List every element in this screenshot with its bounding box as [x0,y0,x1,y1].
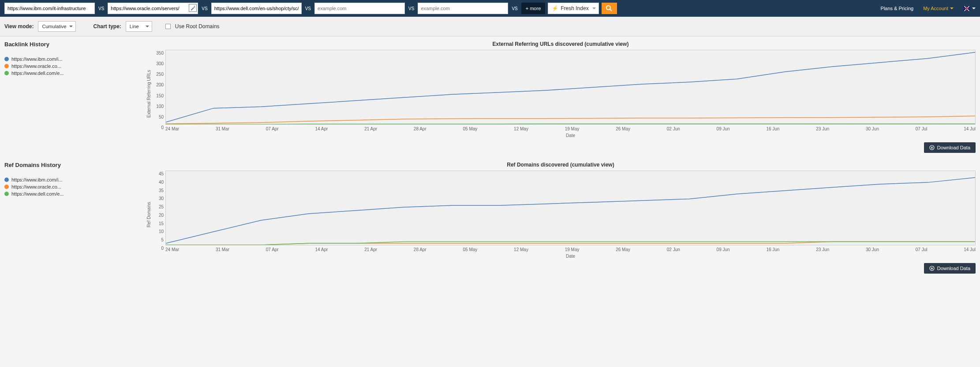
url-input-2[interactable] [108,3,198,14]
x-ticks: 24 Mar31 Mar07 Apr14 Apr21 Apr28 Apr05 M… [165,245,976,252]
legend-label: https://www.dell.com/e... [11,191,64,196]
legend-label: https://www.ibm.com/i... [11,177,63,182]
x-tick: 09 Jun [717,126,730,131]
x-tick: 31 Mar [216,126,229,131]
vs-label: vs [304,6,312,11]
url-box-2 [108,3,198,14]
x-tick: 31 Mar [216,247,229,252]
y-tick: 40 [152,180,164,185]
x-tick: 24 Mar [165,126,179,131]
plans-pricing-link[interactable]: Plans & Pricing [881,6,914,11]
legend-label: https://www.oracle.co... [11,63,61,69]
url-input-3[interactable] [211,3,302,14]
series-line [166,116,975,124]
y-tick: 50 [152,115,164,119]
url-input-5[interactable] [418,3,508,14]
x-tick: 12 May [514,126,528,131]
y-tick: 200 [152,82,164,87]
my-account-link[interactable]: My Account [923,6,954,11]
x-tick: 16 Jun [766,126,779,131]
download-icon [929,145,935,150]
search-button[interactable] [602,3,617,14]
backlink-history-title: Backlink History [4,41,137,48]
uk-flag-icon [963,6,970,11]
x-axis-label: Date [165,133,976,138]
download-data-button[interactable]: Download Data [924,263,976,274]
y-tick: 300 [152,61,164,66]
chevron-down-icon [592,7,596,9]
url-input-1[interactable] [4,3,95,14]
legend-list: https://www.ibm.com/i...https://www.orac… [4,56,137,76]
url-input-4[interactable] [314,3,405,14]
legend-item[interactable]: https://www.oracle.co... [4,63,137,69]
y-tick: 35 [152,188,164,193]
chart-svg [166,171,975,245]
chevron-down-icon [146,26,149,27]
vs-label: vs [408,6,415,11]
download-row: Download Data [4,263,976,274]
vs-label: vs [511,6,518,11]
plot-area [165,171,976,245]
download-label: Download Data [937,145,970,150]
x-tick: 07 Jul [916,247,928,252]
series-line [166,242,975,245]
y-tick: 100 [152,104,164,109]
legend-dot [4,57,9,61]
legend-dot [4,178,9,182]
series-line [166,124,975,124]
x-tick: 07 Apr [266,247,279,252]
legend-item[interactable]: https://www.dell.com/e... [4,191,137,196]
y-axis-label: External Referring URLs [146,50,152,138]
backlink-chart-panel: External Referring URLs discovered (cumu… [146,41,976,138]
legend-item[interactable]: https://www.oracle.co... [4,184,137,189]
legend-item[interactable]: https://www.ibm.com/i... [4,177,137,182]
x-tick: 21 Apr [364,126,377,131]
chevron-down-icon [69,26,73,27]
backlink-chart-title: External Referring URLs discovered (cumu… [146,41,976,47]
view-mode-select[interactable]: Cumulative [38,21,75,32]
x-tick: 02 Jun [667,247,680,252]
svg-line-3 [610,9,612,11]
legend-item[interactable]: https://www.dell.com/e... [4,70,137,76]
chart-type-value: Line [130,24,139,29]
x-tick: 05 May [463,126,478,131]
refdomains-chart-panel: Ref Domains discovered (cumulative view)… [146,162,976,259]
chart-type-select[interactable]: Line [126,21,152,32]
index-select[interactable]: ⚡ Fresh Index [548,3,598,14]
y-tick: 0 [152,125,164,130]
index-select-label: Fresh Index [561,5,588,11]
x-tick: 07 Apr [266,126,279,131]
x-tick: 12 May [514,247,528,252]
x-tick: 23 Jun [816,247,829,252]
refdomains-chart-title: Ref Domains discovered (cumulative view) [146,162,976,168]
legend-dot [4,185,9,189]
legend-item[interactable]: https://www.ibm.com/i... [4,56,137,62]
y-tick: 0 [152,246,164,251]
x-tick: 16 Jun [766,247,779,252]
legend-label: https://www.oracle.co... [11,184,61,189]
view-mode-value: Cumulative [42,24,66,29]
x-tick: 23 Jun [816,126,829,131]
bolt-icon: ⚡ [552,5,558,11]
topbar: vs vs vs vs vs + more ⚡ Fresh Index Plan… [0,0,980,17]
svg-point-2 [606,6,610,10]
language-select[interactable] [963,6,976,11]
y-tick: 5 [152,237,164,242]
y-tick: 20 [152,213,164,218]
x-tick: 26 May [616,126,630,131]
legend-dot [4,192,9,196]
download-data-button[interactable]: Download Data [924,142,976,153]
x-tick: 14 Apr [315,247,328,252]
refdomains-chart: Ref Domains 454035302520151050 24 Mar31 … [146,171,976,259]
more-button[interactable]: + more [521,3,546,14]
wand-icon[interactable] [189,4,197,12]
view-mode-label: View mode: [4,23,34,30]
y-axis-label: Ref Domains [146,171,152,259]
use-root-domains-checkbox[interactable] [165,24,171,29]
svg-point-1 [195,7,195,8]
x-tick: 09 Jun [717,247,730,252]
x-tick: 28 Apr [414,247,426,252]
y-ticks: 350300250200150100500 [152,50,165,138]
x-tick: 21 Apr [364,247,377,252]
x-ticks: 24 Mar31 Mar07 Apr14 Apr21 Apr28 Apr05 M… [165,125,976,131]
